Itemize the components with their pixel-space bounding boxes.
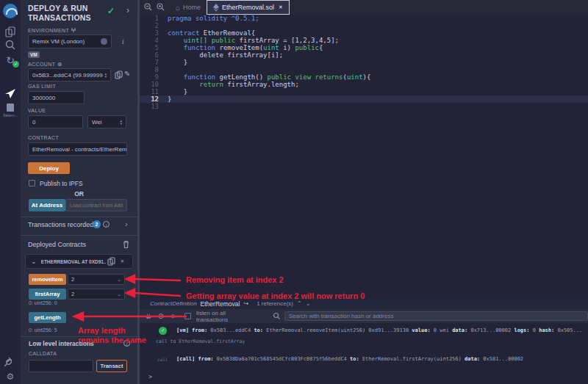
account-select[interactable]: 0x5B3...eddC4 (99.999999 ▴▾ [28, 68, 111, 81]
zoom-in-icon[interactable] [156, 2, 165, 15]
code-line-11[interactable]: 11 } [140, 88, 588, 95]
terminal-search-input[interactable] [284, 311, 588, 321]
code-segment: i) [279, 44, 295, 51]
add-account-icon[interactable]: ⊕ [57, 61, 62, 68]
firstarray-arg-input[interactable]: 2 ⌄ [68, 289, 125, 300]
code-segment: uint [263, 44, 279, 51]
panel-collapse-icon[interactable]: › [126, 5, 129, 15]
tab-home[interactable]: ⌂ Home [170, 0, 207, 15]
publish-ipfs-checkbox[interactable] [29, 180, 35, 186]
environment-select[interactable]: Remix VM (London) [28, 35, 112, 48]
solidity-compiler-icon[interactable]: ↻✓ [0, 54, 21, 66]
code-segment: EtherRemoval{ [204, 29, 255, 37]
deploy-run-icon[interactable] [0, 87, 21, 100]
code-line-1[interactable]: 1pragma solidity ^0.5.1; [140, 15, 588, 22]
code-segment: getLength() [215, 73, 267, 81]
terminal-text: from: [192, 327, 207, 333]
value-unit: Wei [92, 119, 102, 126]
terminal-text: 0x5B3...eddC4 [207, 327, 254, 333]
code-line-5[interactable]: 5 function removeItem(uint i) public{ [140, 44, 588, 51]
plugin-manager-icon[interactable] [0, 355, 21, 366]
line-number: 3 [140, 29, 159, 37]
ref-name: EtherRemoval [201, 300, 240, 308]
getlength-function-button[interactable]: getLength [29, 312, 66, 323]
line-number: 4 [140, 37, 159, 44]
tab-close-icon[interactable]: ✕ [279, 4, 283, 10]
contract-instance-header[interactable]: ⌄ ETHERREMOVAL AT 0XD91...3913 ( ✕ [25, 254, 133, 269]
code-line-10[interactable]: 10 return firstArray.length; [140, 81, 588, 88]
account-caret-icon: ▴▾ [104, 72, 107, 78]
firstarray-result: 0: uint256: 0 [29, 300, 57, 305]
code-line-13[interactable]: 13 [140, 103, 588, 110]
code-segment [168, 73, 184, 81]
code-line-3[interactable]: 3contract EtherRemoval{ [140, 29, 588, 37]
ref-up-icon[interactable]: ⌃ [297, 300, 302, 307]
terminal-collapse-icon[interactable]: ⇊ [146, 313, 151, 320]
contract-label: CONTRACT [28, 135, 59, 140]
flattener-icon[interactable]: flatten... [0, 103, 21, 117]
code-line-12[interactable]: 12} [140, 95, 588, 103]
contract-select[interactable]: EtherRemoval - contracts/EtherRemc ▴▾ [28, 142, 127, 156]
value-label: VALUE [28, 108, 46, 113]
goto-ref-icon[interactable]: ↪ [243, 300, 248, 307]
remix-logo-icon[interactable] [0, 4, 21, 18]
code-line-7[interactable]: 7 } [140, 59, 588, 66]
firstarray-function-button[interactable]: firstArray [29, 289, 66, 300]
listen-all-label: listen on all transactions [196, 310, 257, 323]
settings-gear-icon[interactable]: ⚙ [0, 372, 21, 382]
code-editor[interactable]: 1pragma solidity ^0.5.1;23contract Ether… [140, 15, 588, 298]
calldata-input[interactable] [29, 360, 93, 372]
firstarray-expand-icon[interactable]: ⌄ [117, 291, 121, 297]
code-line-8[interactable]: 8 [140, 66, 588, 73]
search-icon[interactable] [0, 39, 21, 51]
ref-count: 1 reference(s) [257, 300, 293, 307]
low-level-info-icon[interactable]: i [123, 340, 130, 347]
code-line-2[interactable]: 2 [140, 22, 588, 29]
code-segment: } [168, 88, 187, 95]
close-instance-icon[interactable]: ✕ [121, 258, 125, 264]
listen-all-checkbox[interactable] [184, 313, 191, 319]
edit-account-icon[interactable]: ✎ [124, 70, 130, 78]
file-explorer-icon[interactable] [0, 26, 21, 37]
transactions-expand-icon[interactable]: › [125, 220, 128, 228]
copy-account-icon[interactable] [115, 70, 123, 79]
line-number: 10 [140, 81, 159, 88]
at-address-button[interactable]: At Address [29, 199, 65, 211]
transact-button[interactable]: Transact [96, 360, 127, 372]
instance-expand-icon[interactable]: ⌄ [31, 258, 37, 265]
value-input[interactable] [28, 115, 83, 128]
unit-caret-icon: ▴▾ [120, 119, 122, 125]
clear-console-icon[interactable]: ⊘ [158, 312, 164, 320]
transactions-info-icon[interactable]: i [103, 221, 110, 228]
tx-success-check-icon[interactable]: ✓ [159, 327, 167, 335]
removeitem-arg-input[interactable]: 2 ⌄ [68, 274, 125, 285]
ref-scope: ContractDefinition [150, 300, 197, 307]
code-line-4[interactable]: 4 uint[] public firstArray = [1,2,3,4,5]… [140, 37, 588, 44]
editor-terminal-area: ⌂ Home EtherRemoval.sol ✕ 1pragma solidi… [140, 0, 588, 384]
line-number: 7 [140, 59, 159, 66]
code-line-6[interactable]: 6 delete firstArray[i]; [140, 51, 588, 59]
environment-info-icon[interactable]: i [122, 37, 124, 46]
zoom-out-icon[interactable] [143, 2, 153, 15]
terminal-vm-entry[interactable]: [vm] from: 0x5B3...eddC4 to: EtherRemova… [176, 327, 582, 333]
code-line-9[interactable]: 9 function getLength() public view retur… [140, 73, 588, 81]
terminal-text: from: [198, 356, 214, 362]
tab-etherremoval[interactable]: EtherRemoval.sol ✕ [207, 0, 290, 15]
panel-resize-handle[interactable] [137, 0, 140, 384]
terminal-call-entry[interactable]: [call] from: 0x5B38Da6a701c568545dCfcB03… [176, 356, 582, 362]
copy-instance-icon[interactable] [107, 257, 115, 266]
terminal-output[interactable]: > ✓[vm] from: 0x5B3...eddC4 to: EtherRem… [140, 323, 588, 384]
ref-down-icon[interactable]: ⌄ [306, 300, 311, 307]
clear-instances-trash-icon[interactable] [122, 240, 130, 249]
compile-check-icon: ✓ [107, 6, 115, 16]
removeitem-function-button[interactable]: removeItem [29, 274, 66, 285]
code-segment: public view returns [268, 73, 343, 81]
gas-limit-input[interactable] [28, 91, 85, 104]
value-unit-select[interactable]: Wei ▴▾ [87, 115, 126, 128]
removeitem-expand-icon[interactable]: ⌄ [117, 277, 121, 283]
transactions-count-badge: 2 [93, 220, 101, 228]
deploy-button[interactable]: Deploy [28, 162, 70, 174]
code-segment: uint[] [184, 37, 208, 44]
at-address-input[interactable] [65, 199, 127, 211]
environment-pin-icon[interactable] [101, 38, 107, 45]
